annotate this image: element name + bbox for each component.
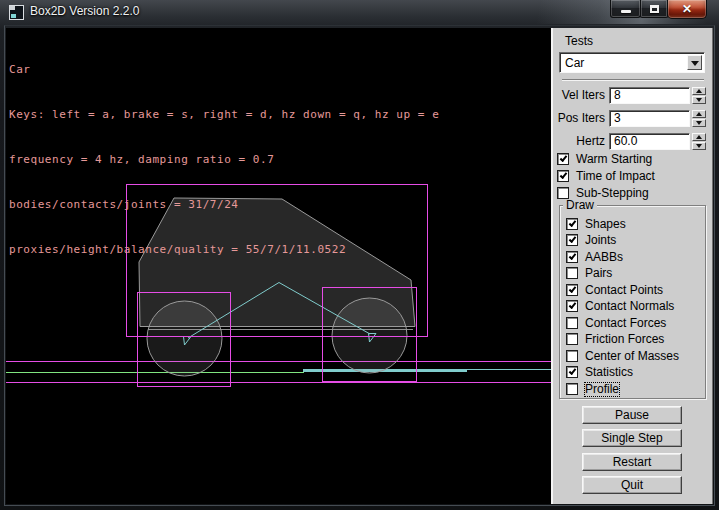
maximize-icon	[650, 5, 659, 13]
checkbox-label[interactable]: Center of Masses	[585, 350, 679, 363]
debug-text-line: frequency = 4 hz, damping ratio = 0.7	[9, 152, 439, 167]
tests-dropdown[interactable]: Car	[559, 52, 705, 73]
arrow-down-icon	[696, 98, 702, 102]
physics-canvas[interactable]: Car Keys: left = a, brake = s, right = d…	[6, 28, 551, 504]
debug-text-line: bodies/contacts/joints = 31/7/24	[9, 197, 439, 212]
chevron-down-icon	[691, 61, 699, 66]
check-icon	[569, 285, 577, 293]
checkbox[interactable]	[566, 317, 578, 329]
checkbox-label[interactable]: Contact Forces	[585, 317, 666, 330]
check-icon	[569, 235, 577, 243]
checkbox-label[interactable]: Joints	[585, 234, 616, 247]
check-icon	[560, 154, 568, 162]
spin-up-button[interactable]	[692, 87, 706, 95]
checkbox[interactable]	[557, 170, 569, 182]
pos-iters-input[interactable]: 3	[609, 110, 690, 127]
minimize-button[interactable]	[610, 0, 641, 18]
check-icon	[569, 219, 577, 227]
checkbox-label[interactable]: Shapes	[585, 218, 626, 231]
checkbox[interactable]	[566, 251, 578, 263]
arrow-down-icon	[696, 121, 702, 125]
checkbox[interactable]	[566, 300, 578, 312]
pos-iters-stepper	[692, 110, 706, 127]
dropdown-arrow-button[interactable]	[687, 55, 702, 70]
minimize-icon	[621, 10, 631, 13]
tests-dropdown-value: Car	[565, 55, 584, 71]
spinner-row-pos-iters: Pos Iters 3	[553, 110, 715, 127]
checkbox[interactable]	[566, 350, 578, 362]
spin-up-button[interactable]	[692, 133, 706, 141]
spin-down-button[interactable]	[692, 96, 706, 104]
checkbox[interactable]	[566, 267, 578, 279]
spin-down-button[interactable]	[692, 142, 706, 150]
checkbox-label[interactable]: Pairs	[585, 267, 612, 280]
spinner-row-hertz: Hertz 60.0	[553, 133, 715, 150]
vel-iters-stepper	[692, 87, 706, 104]
window-title: Box2D Version 2.2.0	[30, 0, 139, 22]
single-step-button[interactable]: Single Step	[582, 429, 682, 447]
tests-label: Tests	[565, 34, 593, 48]
hertz-stepper	[692, 133, 706, 150]
spinner-label: Vel Iters	[553, 87, 605, 104]
arrow-up-icon	[696, 135, 702, 139]
spin-down-button[interactable]	[692, 119, 706, 127]
panel-separator	[562, 79, 704, 81]
checkbox-label[interactable]: AABBs	[585, 251, 623, 264]
caption-buttons: ✕	[611, 0, 707, 19]
arrow-up-icon	[696, 89, 702, 93]
pause-button[interactable]: Pause	[582, 406, 682, 424]
checkbox[interactable]	[566, 218, 578, 230]
checkbox[interactable]	[566, 383, 578, 395]
arrow-up-icon	[696, 112, 702, 116]
debug-text-line: Car	[9, 62, 439, 77]
checkbox-label[interactable]: Time of Impact	[576, 170, 655, 183]
draw-group-title: Draw	[563, 199, 597, 212]
check-icon	[569, 301, 577, 309]
spinner-label: Hertz	[553, 133, 605, 150]
checkbox-label[interactable]: Friction Forces	[585, 333, 664, 346]
close-icon: ✕	[668, 1, 706, 18]
checkbox-label[interactable]: Profile	[585, 383, 619, 396]
hertz-input[interactable]: 60.0	[609, 133, 690, 150]
checkbox[interactable]	[566, 284, 578, 296]
vel-iters-input[interactable]: 8	[609, 87, 690, 104]
arrow-down-icon	[696, 144, 702, 148]
car-wheel-left	[147, 301, 222, 376]
restart-button[interactable]: Restart	[582, 453, 682, 471]
checkbox[interactable]	[566, 366, 578, 378]
side-panel: Tests Car Vel Iters 8 Pos Iters 3 Hertz …	[551, 28, 713, 504]
check-icon	[560, 171, 568, 179]
debug-text-line: Keys: left = a, brake = s, right = d, hz…	[9, 107, 439, 122]
checkbox[interactable]	[557, 153, 569, 165]
close-button[interactable]: ✕	[667, 0, 707, 19]
checkbox-label[interactable]: Statistics	[585, 366, 633, 379]
checkbox[interactable]	[566, 234, 578, 246]
debug-text-line: proxies/height/balance/quality = 55/7/1/…	[9, 242, 439, 257]
app-window: Box2D Version 2.2.0 ✕	[0, 0, 719, 510]
spin-up-button[interactable]	[692, 110, 706, 118]
check-icon	[569, 367, 577, 375]
checkbox[interactable]	[566, 333, 578, 345]
checkbox-label[interactable]: Warm Starting	[576, 153, 652, 166]
check-icon	[569, 252, 577, 260]
checkbox-label[interactable]: Contact Points	[585, 284, 663, 297]
quit-button[interactable]: Quit	[582, 476, 682, 494]
spinner-row-vel-iters: Vel Iters 8	[553, 87, 715, 104]
maximize-button[interactable]	[640, 0, 668, 18]
app-icon	[9, 5, 24, 20]
checkbox-label[interactable]: Contact Normals	[585, 300, 674, 313]
debug-text-block: Car Keys: left = a, brake = s, right = d…	[9, 32, 439, 287]
spinner-label: Pos Iters	[553, 110, 605, 127]
